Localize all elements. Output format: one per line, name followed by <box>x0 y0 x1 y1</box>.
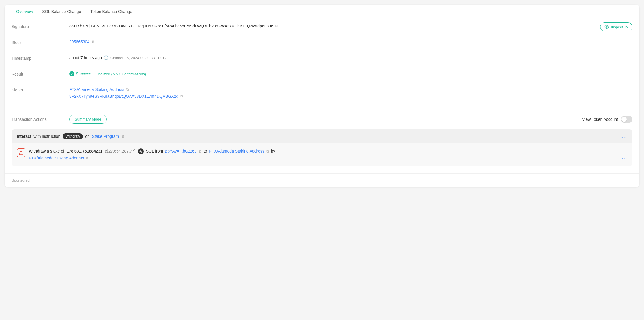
signature-row: Signature oKQKbX7LjiBCVLvUEer7tvTAvCYCEU… <box>12 18 632 34</box>
block-row: Block 295665304 ⧉ <box>12 34 632 50</box>
action-header: Interact with instruction Withdraw on St… <box>12 129 632 143</box>
withdraw-text: Withdraw a stake of <box>29 149 64 153</box>
signer-address-2-copy-icon[interactable]: ⧉ <box>180 94 183 99</box>
action-card: Interact with instruction Withdraw on St… <box>12 129 632 166</box>
signature-copy-icon[interactable]: ⧉ <box>275 24 278 28</box>
summary-mode-button[interactable]: Summary Mode <box>69 115 107 124</box>
transaction-actions-controls: Summary Mode View Token Account <box>69 115 632 124</box>
stake-program-link[interactable]: Stake Program <box>92 134 119 139</box>
result-value: ✓ Success Finalized (MAX Confirmations) <box>69 71 632 76</box>
timestamp-relative: about 7 hours ago <box>69 55 102 60</box>
timestamp-label: Timestamp <box>12 55 69 61</box>
signature-text: oKQKbX7LjiBCVLvUEer7tvTAvCYCEUgqJU5XG7dT… <box>69 24 273 28</box>
tab-sol-balance[interactable]: SOL Balance Change <box>38 5 86 18</box>
action-expand-chevron-icon[interactable]: ⌄⌄ <box>620 155 627 160</box>
withdraw-upload-icon <box>17 148 25 157</box>
signer-address-1-link[interactable]: FTX/Alameda Staking Address <box>69 87 124 92</box>
withdraw-badge: Withdraw <box>63 133 83 139</box>
by-address-link[interactable]: FTX/Alameda Staking Address <box>29 156 84 160</box>
timestamp-detail: 🕐 October 15, 2024 00:30:38 +UTC <box>104 55 166 60</box>
sponsored-label: Sponsored <box>12 178 30 182</box>
result-row: Result ✓ Success Finalized (MAX Confirma… <box>12 66 632 82</box>
signer-address-2-row: 8P2kX7Tyh9eS3RKdaBhqbEtQGAX58DXzL7mhDQAB… <box>69 94 183 99</box>
overview-content: Signature oKQKbX7LjiBCVLvUEer7tvTAvCYCEU… <box>5 18 639 173</box>
success-badge: ✓ Success <box>69 71 91 76</box>
to-address-copy-icon[interactable]: ⧉ <box>266 149 269 153</box>
transaction-actions-header: Transaction Actions Summary Mode View To… <box>12 110 632 127</box>
action-body: Withdraw a stake of 178,631.751884231 ($… <box>12 143 632 166</box>
signer-value: FTX/Alameda Staking Address ⧉ 8P2kX7Tyh9… <box>69 87 632 99</box>
tab-overview[interactable]: Overview <box>12 5 38 18</box>
signature-label: Signature <box>12 24 69 29</box>
eye-icon <box>604 25 609 29</box>
by-text: by <box>271 149 275 153</box>
timestamp-absolute: October 15, 2024 00:30:38 +UTC <box>110 56 166 60</box>
signer-address-1-copy-icon[interactable]: ⧉ <box>126 87 129 92</box>
view-token-toggle-group: View Token Account <box>582 116 632 123</box>
inspect-tx-button[interactable]: Inspect Tx <box>600 22 632 31</box>
signer-label: Signer <box>12 87 69 92</box>
success-text: Success <box>76 71 91 76</box>
on-text: on <box>85 134 90 139</box>
sol-dot-icon: ◎ <box>138 148 144 154</box>
action-body-expand: ⌄⌄ <box>620 155 627 162</box>
tabs-bar: Overview SOL Balance Change Token Balanc… <box>5 5 639 18</box>
main-container: Overview SOL Balance Change Token Balanc… <box>5 5 639 187</box>
tab-token-balance[interactable]: Token Balance Change <box>86 5 137 18</box>
stake-program-copy-icon[interactable]: ⧉ <box>122 134 124 139</box>
block-value: 295665304 ⧉ <box>69 39 632 44</box>
block-copy-icon[interactable]: ⧉ <box>92 39 94 44</box>
svg-point-0 <box>606 26 607 27</box>
stake-amount: 178,631.751884231 <box>67 149 103 153</box>
success-checkmark-icon: ✓ <box>69 71 74 76</box>
action-description: Withdraw a stake of 178,631.751884231 ($… <box>29 148 616 162</box>
expand-chevron-icon[interactable]: ⌄⌄ <box>620 134 627 139</box>
from-address-link[interactable]: BbYAvA...bGzz6J <box>165 149 196 153</box>
view-token-label: View Token Account <box>582 117 618 122</box>
from-address-copy-icon[interactable]: ⧉ <box>199 149 201 153</box>
block-label: Block <box>12 39 69 45</box>
transaction-actions-label: Transaction Actions <box>12 117 69 122</box>
with-instruction-text: with instruction <box>34 134 61 139</box>
action-header-left: Interact with instruction Withdraw on St… <box>17 133 124 139</box>
result-label: Result <box>12 71 69 76</box>
usd-amount: ($27,654,287.77) <box>105 149 136 153</box>
signer-address-2-link[interactable]: 8P2kX7Tyh9eS3RKdaBhqbEtQGAX58DXzL7mhDQAB… <box>69 94 178 99</box>
signer-row: Signer FTX/Alameda Staking Address ⧉ 8P2… <box>12 82 632 104</box>
timestamp-value: about 7 hours ago 🕐 October 15, 2024 00:… <box>69 55 632 60</box>
upload-icon <box>19 150 23 155</box>
timestamp-row: Timestamp about 7 hours ago 🕐 October 15… <box>12 50 632 66</box>
sol-text: SOL from <box>146 149 163 153</box>
view-token-toggle-switch[interactable] <box>621 116 632 123</box>
sponsored-section: Sponsored <box>5 173 639 187</box>
block-link[interactable]: 295665304 <box>69 39 89 44</box>
to-text: to <box>204 149 207 153</box>
clock-icon: 🕐 <box>104 55 108 60</box>
interact-bold-text: Interact <box>17 134 31 139</box>
finalized-text: Finalized (MAX Confirmations) <box>95 72 146 76</box>
signature-value: oKQKbX7LjiBCVLvUEer7tvTAvCYCEUgqJU5XG7dT… <box>69 24 632 28</box>
by-address-copy-icon[interactable]: ⧉ <box>86 156 88 160</box>
transaction-actions-section: Transaction Actions Summary Mode View To… <box>12 104 632 166</box>
signer-address-1-row: FTX/Alameda Staking Address ⧉ <box>69 87 129 92</box>
to-address-link[interactable]: FTX/Alameda Staking Address <box>209 149 264 153</box>
